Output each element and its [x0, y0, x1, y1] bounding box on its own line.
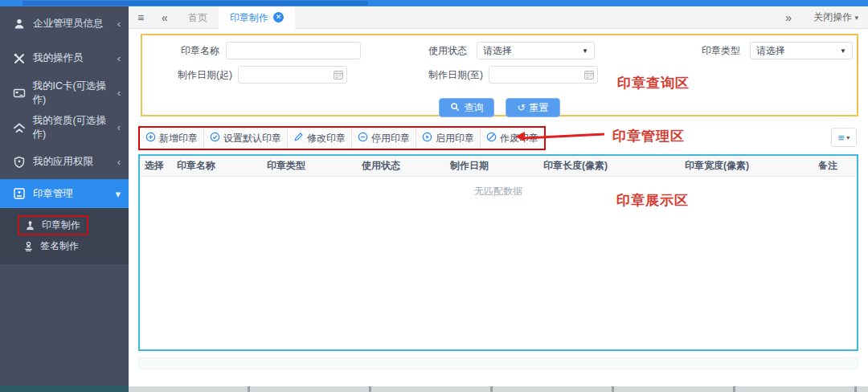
column-header-seal-length[interactable]: 印章长度(像素)	[538, 156, 680, 177]
toolbar-button-label: 设置默认印章	[223, 132, 281, 145]
use-status-label: 使用状态	[416, 42, 467, 59]
use-status-select[interactable]: 请选择 ▼	[477, 42, 595, 59]
add-seal-button[interactable]: 新增印章	[140, 128, 204, 149]
seal-type-select[interactable]: 请选择 ▼	[750, 42, 853, 59]
double-chevron-right-icon[interactable]: »	[776, 11, 800, 24]
sidebar-subitem-label: 印章制作	[42, 218, 80, 232]
date-from-label: 制作日期(起)	[160, 66, 232, 84]
double-chevron-left-icon[interactable]: «	[153, 11, 177, 24]
disable-icon	[358, 132, 368, 145]
sidebar-item-label: 我的IC卡(可选操作)	[32, 80, 117, 107]
reset-icon: ↺	[517, 102, 525, 113]
query-buttons-row: 查询 ↺ 重置	[142, 98, 857, 117]
sidebar-item-ic-card[interactable]: 我的IC卡(可选操作) ‹	[0, 76, 129, 110]
sidebar: 企业管理员信息 ‹ 我的操作员 ‹ 我的IC卡(可选操作) ‹ 我的资质(可选操…	[0, 6, 129, 386]
close-operations-label: 关闭操作	[813, 11, 852, 22]
sidebar-item-seal-management[interactable]: 印章管理 ▾	[0, 179, 129, 208]
tab-home[interactable]: 首页	[177, 6, 219, 29]
date-to-input[interactable]	[489, 66, 598, 84]
date-from-input[interactable]	[238, 66, 347, 84]
modify-seal-button[interactable]: 修改印章	[288, 128, 352, 149]
column-header-seal-type[interactable]: 印章类型	[262, 156, 357, 177]
column-header-remarks[interactable]: 备注	[813, 156, 857, 177]
tab-label: 印章制作	[230, 6, 268, 29]
sidebar-item-label: 我的操作员	[33, 51, 84, 65]
column-header-creation-date[interactable]: 制作日期	[445, 156, 538, 177]
toolbar-button-label: 停用印章	[371, 132, 410, 145]
pagination-strip	[138, 357, 858, 370]
signature-stamp-icon	[21, 240, 35, 252]
set-default-icon	[210, 132, 220, 145]
sidebar-item-label: 我的资质(可选操作)	[32, 114, 117, 141]
sidebar-item-label: 企业管理员信息	[33, 17, 104, 31]
home-icon	[11, 121, 27, 134]
display-area-annotation: 印章展示区	[616, 191, 689, 210]
column-header-select[interactable]: 选择	[140, 156, 172, 177]
chevron-down-icon: ▾	[846, 134, 850, 141]
column-header-use-status[interactable]: 使用状态	[357, 156, 445, 177]
toolbar-button-label: 新增印章	[159, 132, 198, 145]
sidebar-item-qualifications[interactable]: 我的资质(可选操作) ‹	[0, 110, 129, 145]
set-default-seal-button[interactable]: 设置默认印章	[204, 128, 288, 149]
seal-management-toolbar: 新增印章 设置默认印章 修改印章 停用印章 启用印章 作废印章	[138, 126, 546, 150]
column-header-seal-name[interactable]: 印章名称	[172, 156, 262, 177]
sidebar-subitem-signature-creation[interactable]: 签名制作	[0, 235, 129, 256]
hamburger-icon[interactable]: ≡	[129, 11, 153, 24]
column-list-button[interactable]: ≡ ▾	[831, 128, 857, 147]
stamp-icon	[23, 219, 37, 231]
table-header-row: 选择 印章名称 印章类型 使用状态 制作日期 印章长度(像素) 印章宽度(像素)…	[140, 156, 857, 177]
chevron-left-icon: ‹	[117, 121, 121, 133]
select-value: 请选择	[756, 44, 785, 58]
list-icon: ≡	[838, 132, 845, 144]
seal-management-submenu: 印章制作 签名制作	[0, 208, 129, 264]
date-to-label: 制作日期(至)	[416, 66, 483, 84]
column-header-seal-width[interactable]: 印章宽度(像素)	[680, 156, 813, 177]
calendar-icon[interactable]	[333, 69, 344, 84]
enable-seal-button[interactable]: 启用印章	[416, 128, 481, 149]
sidebar-subitem-seal-creation[interactable]: 印章制作	[0, 214, 129, 235]
seal-name-input[interactable]	[226, 42, 361, 59]
close-operations-menu[interactable]: 关闭操作 ▾	[813, 10, 858, 24]
chevron-down-icon: ▼	[582, 47, 588, 55]
reset-button[interactable]: ↺ 重置	[506, 98, 559, 117]
search-button[interactable]: 查询	[439, 98, 494, 117]
seal-name-label: 印章名称	[160, 42, 219, 59]
top-header-text-remnant	[23, 1, 368, 6]
bottom-taskbar-strip	[129, 386, 868, 392]
seal-icon	[11, 187, 27, 200]
tools-icon	[11, 52, 27, 65]
void-icon	[486, 132, 497, 145]
tab-seal-creation[interactable]: 印章制作 ✕	[219, 6, 295, 29]
search-button-label: 查询	[464, 101, 483, 115]
seal-query-panel: 印章名称 使用状态 请选择 ▼ 印章类型 请选择 ▼ 制作日期(起) 制作日期(…	[141, 34, 858, 116]
disable-seal-button[interactable]: 停用印章	[352, 128, 416, 149]
chevron-left-icon: ‹	[117, 156, 121, 168]
empty-data-message: 无匹配数据	[140, 177, 857, 198]
sidebar-item-app-permissions[interactable]: 我的应用权限 ‹	[0, 145, 129, 179]
calendar-icon[interactable]	[583, 69, 595, 84]
sidebar-subitem-label: 签名制作	[40, 239, 79, 253]
ic-card-icon	[11, 87, 27, 100]
seal-table-panel: 选择 印章名称 印章类型 使用状态 制作日期 印章长度(像素) 印章宽度(像素)…	[138, 154, 858, 351]
seal-table: 选择 印章名称 印章类型 使用状态 制作日期 印章长度(像素) 印章宽度(像素)…	[140, 156, 857, 177]
toolbar-button-label: 启用印章	[436, 132, 474, 145]
user-icon	[11, 18, 27, 31]
reset-button-label: 重置	[530, 101, 549, 115]
top-header-strip	[0, 0, 868, 6]
select-value: 请选择	[483, 44, 512, 58]
tabbar-right-controls: » 关闭操作 ▾	[776, 10, 868, 24]
sidebar-item-operators[interactable]: 我的操作员 ‹	[0, 41, 129, 76]
search-icon	[450, 102, 460, 114]
sidebar-item-label: 印章管理	[33, 187, 73, 201]
add-icon	[145, 132, 156, 145]
management-area-annotation: 印章管理区	[612, 127, 685, 145]
bottom-left-strip	[0, 386, 129, 392]
tab-bar: ≡ « 首页 印章制作 ✕ » 关闭操作 ▾	[129, 6, 868, 29]
close-tab-icon[interactable]: ✕	[273, 12, 284, 22]
enable-icon	[422, 132, 432, 145]
chevron-down-icon: ▼	[840, 47, 846, 55]
sidebar-item-admin-info[interactable]: 企业管理员信息 ‹	[0, 6, 129, 41]
chevron-down-icon: ▾	[854, 14, 858, 22]
chevron-left-icon: ‹	[117, 52, 121, 64]
chevron-left-icon: ‹	[117, 18, 121, 30]
